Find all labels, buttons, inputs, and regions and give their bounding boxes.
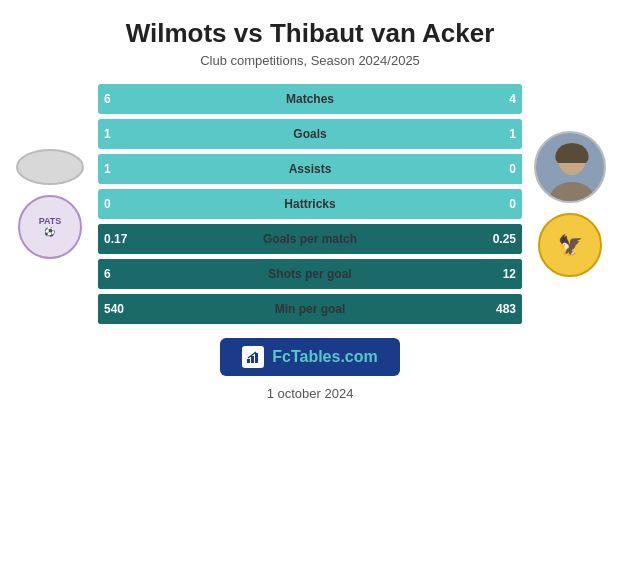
right-player-photo <box>534 131 606 203</box>
stat-row-goals-per-match: 0.17 Goals per match 0.25 <box>98 224 522 254</box>
stat-row-shots-per-goal: 6 Shots per goal 12 <box>98 259 522 289</box>
stat-row-matches: 6 Matches 4 <box>98 84 522 114</box>
stat-value-right: 1 <box>509 127 516 141</box>
svg-rect-5 <box>255 353 258 363</box>
stat-value-left: 0 <box>104 197 111 211</box>
stat-value-right: 4 <box>509 92 516 106</box>
stat-value-left: 540 <box>104 302 124 316</box>
page: Wilmots vs Thibaut van Acker Club compet… <box>0 0 620 580</box>
fctables-text: FcTables.com <box>272 348 378 366</box>
stat-value-left: 6 <box>104 267 111 281</box>
page-title: Wilmots vs Thibaut van Acker <box>126 18 495 49</box>
left-team-logo-placeholder <box>16 149 84 185</box>
fctables-banner[interactable]: FcTables.com <box>220 338 400 376</box>
bar-left <box>98 119 310 149</box>
right-team-logo: 🦅 <box>538 213 602 277</box>
stat-row-goals: 1 Goals 1 <box>98 119 522 149</box>
fctables-icon <box>242 346 264 368</box>
stat-value-right: 0.25 <box>493 232 516 246</box>
stat-value-right: 0 <box>509 197 516 211</box>
bar-right <box>323 294 522 324</box>
fctables-tables: Tables.com <box>291 348 378 365</box>
stat-value-right: 483 <box>496 302 516 316</box>
stat-label: Min per goal <box>275 302 346 316</box>
bar-left <box>98 259 238 289</box>
stat-row-min-per-goal: 540 Min per goal 483 <box>98 294 522 324</box>
stat-label: Shots per goal <box>268 267 351 281</box>
left-player-avatars: PATS⚽ <box>10 149 90 259</box>
stat-label: Goals <box>293 127 326 141</box>
stat-label: Hattricks <box>284 197 335 211</box>
stat-value-left: 1 <box>104 162 111 176</box>
right-player-avatars: 🦅 <box>530 131 610 277</box>
date-label: 1 october 2024 <box>267 386 354 401</box>
stat-label: Goals per match <box>263 232 357 246</box>
stat-label: Matches <box>286 92 334 106</box>
bar-left <box>98 189 310 219</box>
svg-rect-3 <box>247 359 250 363</box>
stat-value-right: 0 <box>509 162 516 176</box>
bar-right <box>310 189 522 219</box>
stat-row-hattricks: 0 Hattricks 0 <box>98 189 522 219</box>
bar-right <box>310 119 522 149</box>
stats-bars: 6 Matches 4 1 Goals 1 1 Assists 0 0 Hatt… <box>98 84 522 324</box>
stat-label: Assists <box>289 162 332 176</box>
stat-row-assists: 1 Assists 0 <box>98 154 522 184</box>
fctables-fc: Fc <box>272 348 291 365</box>
page-subtitle: Club competitions, Season 2024/2025 <box>200 53 420 68</box>
stat-value-left: 1 <box>104 127 111 141</box>
comparison-area: PATS⚽ 6 Matches 4 1 Goals 1 1 Assists 0 … <box>10 84 610 324</box>
bar-right <box>352 84 522 114</box>
left-team-logo: PATS⚽ <box>18 195 82 259</box>
stat-value-right: 12 <box>503 267 516 281</box>
stat-value-left: 6 <box>104 92 111 106</box>
svg-rect-4 <box>251 356 254 363</box>
stat-value-left: 0.17 <box>104 232 127 246</box>
